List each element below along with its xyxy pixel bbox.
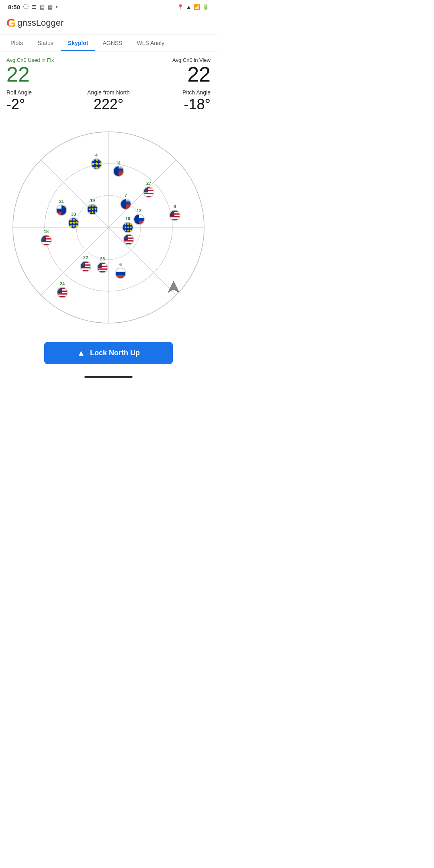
status-time: 8:50 [8, 4, 20, 10]
doc3-icon: ▦ [48, 4, 53, 10]
sat-22: 22 [80, 255, 91, 272]
tab-plots[interactable]: Plots [3, 35, 30, 51]
roll-angle-label: Roll Angle [6, 89, 39, 96]
battery-icon: 🔋 [203, 4, 209, 10]
sat-12: 12 [133, 208, 145, 225]
north-angle-block: Angle from North 222° [39, 89, 178, 113]
sat-7: 7 [120, 193, 131, 210]
avg-cn0-view-label: Avg Cn0 in View [172, 57, 211, 63]
north-angle-value: 222° [39, 96, 178, 113]
tab-agnss[interactable]: AGNSS [95, 35, 129, 51]
angles-area: Roll Angle -2° Angle from North 222° Pit… [0, 88, 217, 117]
sat-18: 18 [41, 229, 52, 246]
navigation-icon: ▲ [77, 348, 85, 358]
sat-10-us [123, 234, 134, 245]
sat-19: 19 ★★★★★★★★★ [87, 198, 98, 215]
doc-icon: ☰ [32, 4, 37, 10]
pitch-angle-value: -18° [178, 96, 211, 113]
tab-skyplot[interactable]: Skyplot [61, 35, 96, 51]
status-bar: 8:50 ⓘ ☰ ▤ ▦ • 📍 ▲ 📶 🔋 [0, 0, 217, 13]
pitch-angle-label: Pitch Angle [178, 89, 211, 96]
lock-north-up-label: Lock North Up [90, 349, 140, 357]
sat-4: 4 ★★★★★★★★★ [91, 153, 102, 170]
dot-icon: • [56, 4, 58, 10]
bottom-nav [0, 372, 217, 384]
avg-cn0-view-value: 22 [172, 63, 211, 86]
sat-21: 21 [56, 199, 67, 216]
app-bar: G gnssLogger [0, 13, 217, 35]
location-icon: 📍 [177, 4, 184, 10]
svg-marker-7 [168, 281, 179, 293]
avg-cn0-fix-label: Avg Cn0 Used in Fix [6, 57, 54, 63]
sat-6: 6 [115, 262, 126, 279]
status-left: 8:50 ⓘ ☰ ▤ ▦ • [8, 3, 58, 10]
sat-27: 27 [143, 181, 154, 198]
sat-8-us: 8 [169, 204, 180, 221]
sat-8-euRu: 8 [113, 160, 124, 177]
google-g-icon: G [6, 16, 16, 30]
north-angle-label: Angle from North [39, 89, 178, 96]
tab-wls[interactable]: WLS Analy [129, 35, 171, 51]
skyplot-svg [8, 121, 209, 330]
roll-angle-block: Roll Angle -2° [6, 89, 39, 113]
skyplot-wrap: 4 ★★★★★★★★★ 8 27 19 ★★★★★★★★★ [8, 121, 209, 330]
sat-33: 33 ★★★★★★★★★ [68, 212, 79, 229]
lock-north-up-button[interactable]: ▲ Lock North Up [44, 342, 173, 364]
sat-10-eu: 10 ★★★★★★★★★ [122, 216, 133, 233]
app-name: gnssLogger [17, 18, 63, 28]
signal-icon: 📶 [194, 4, 200, 10]
avg-cn0-fix-block: Avg Cn0 Used in Fix 22 [6, 57, 54, 86]
stats-area: Avg Cn0 Used in Fix 22 Avg Cn0 in View 2… [0, 51, 217, 88]
pitch-angle-block: Pitch Angle -18° [178, 89, 211, 113]
direction-arrow [167, 280, 180, 295]
home-indicator [84, 376, 133, 378]
sat-24: 24 [57, 281, 68, 298]
app-logo: G gnssLogger [6, 16, 63, 30]
tab-status[interactable]: Status [30, 35, 61, 51]
tab-bar: Plots Status Skyplot AGNSS WLS Analy [0, 35, 217, 51]
lock-btn-container: ▲ Lock North Up [0, 338, 217, 372]
status-right: 📍 ▲ 📶 🔋 [177, 4, 209, 10]
avg-cn0-fix-value: 22 [6, 63, 54, 86]
info-icon: ⓘ [23, 3, 29, 10]
roll-angle-value: -2° [6, 96, 39, 113]
sat-23: 23 [97, 256, 108, 273]
wifi-icon: ▲ [186, 4, 191, 10]
skyplot-container: 4 ★★★★★★★★★ 8 27 19 ★★★★★★★★★ [0, 117, 217, 338]
doc2-icon: ▤ [40, 4, 45, 10]
avg-cn0-view-block: Avg Cn0 in View 22 [172, 57, 211, 86]
